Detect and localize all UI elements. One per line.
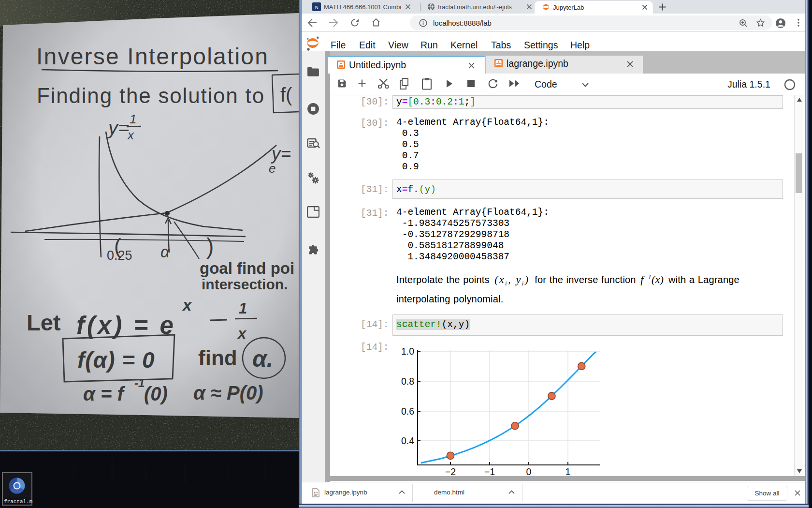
svg-text:1: 1 bbox=[130, 112, 136, 126]
svg-text:−1: −1 bbox=[484, 466, 495, 477]
svg-text:N: N bbox=[315, 4, 319, 10]
svg-text:0.8: 0.8 bbox=[401, 376, 414, 387]
svg-text:0.6: 0.6 bbox=[401, 406, 414, 417]
svg-text:Let: Let bbox=[27, 310, 61, 335]
svg-text:intersection.: intersection. bbox=[202, 276, 288, 292]
svg-text:Finding the solution to: Finding the solution to bbox=[37, 84, 265, 107]
svg-text:α = f: α = f bbox=[83, 383, 125, 404]
svg-text:x: x bbox=[182, 296, 192, 314]
svg-text:α: α bbox=[160, 243, 170, 261]
svg-text:find: find bbox=[198, 346, 237, 370]
svg-text:f(: f( bbox=[280, 84, 292, 105]
svg-text:−2: −2 bbox=[445, 466, 456, 477]
svg-text:y=: y= bbox=[270, 144, 291, 164]
svg-text:0: 0 bbox=[526, 466, 532, 477]
svg-text:x: x bbox=[237, 325, 247, 342]
svg-text:e: e bbox=[269, 161, 276, 176]
svg-text:1.0: 1.0 bbox=[401, 346, 414, 357]
svg-text:1: 1 bbox=[566, 466, 571, 477]
svg-text:(0): (0) bbox=[144, 383, 168, 404]
svg-text:-1: -1 bbox=[134, 376, 145, 389]
svg-text:1: 1 bbox=[239, 300, 247, 317]
svg-text:goal find poi: goal find poi bbox=[200, 259, 294, 277]
svg-text:α.: α. bbox=[252, 346, 273, 372]
svg-text:f(α) = 0: f(α) = 0 bbox=[77, 347, 155, 373]
svg-text:y=: y= bbox=[107, 117, 129, 138]
svg-text:x: x bbox=[127, 128, 134, 142]
svg-text:0.25: 0.25 bbox=[107, 248, 132, 263]
svg-text:0.4: 0.4 bbox=[401, 435, 414, 446]
svg-text:Inverse Interpolation: Inverse Interpolation bbox=[36, 44, 269, 69]
svg-text:): ) bbox=[206, 234, 214, 259]
svg-text:α ≈ P(0): α ≈ P(0) bbox=[193, 382, 263, 403]
svg-text:fractal.m: fractal.m bbox=[4, 499, 33, 505]
